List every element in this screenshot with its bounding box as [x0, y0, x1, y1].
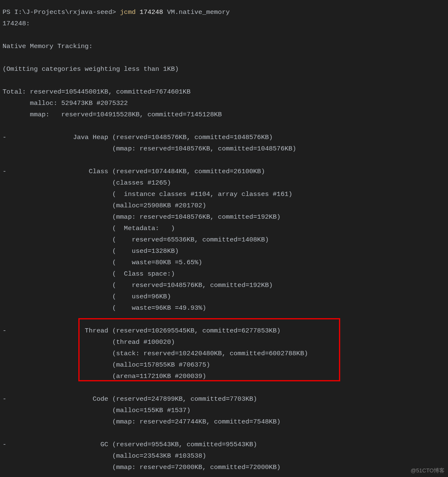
class-count: (classes #1265) — [3, 179, 171, 187]
terminal-output: PS I:\J-Projects\rxjava-seed> jcmd 17424… — [0, 0, 448, 476]
ps-prompt-path: PS I:\J-Projects\rxjava-seed> — [3, 8, 120, 16]
thread-count: (thread #100020) — [3, 338, 175, 346]
class-space-header: ( Class space:) — [3, 270, 175, 278]
class-instance: ( instance classes #1104, array classes … — [3, 190, 292, 198]
class-metadata-waste: ( waste=80KB =5.65%) — [3, 259, 202, 266]
thread-malloc: (malloc=157855KB #706375) — [3, 361, 210, 369]
java-heap-mmap: (mmap: reserved=1048576KB, committed=104… — [3, 145, 296, 153]
code-mmap: (mmap: reserved=247744KB, committed=7548… — [3, 418, 280, 426]
java-heap-line: - Java Heap (reserved=1048576KB, committ… — [3, 134, 273, 141]
class-metadata-header: ( Metadata: ) — [3, 225, 175, 232]
cmd-jcmd: jcmd — [120, 8, 136, 16]
total-malloc: malloc: 529473KB #2075322 — [3, 99, 128, 107]
class-metadata-reserved: ( reserved=65536KB, committed=1408KB) — [3, 236, 269, 244]
gc-line: - GC (reserved=95543KB, committed=95543K… — [3, 441, 257, 448]
code-line: - Code (reserved=247899KB, committed=770… — [3, 395, 257, 403]
class-space-reserved: ( reserved=1048576KB, committed=192KB) — [3, 281, 273, 289]
class-mmap: (mmap: reserved=1048576KB, committed=192… — [3, 213, 280, 221]
omit-line: (Omitting categories weighting less than… — [3, 65, 179, 73]
thread-stack: (stack: reserved=102420480KB, committed=… — [3, 350, 308, 357]
class-space-waste: ( waste=96KB =49.93%) — [3, 304, 206, 312]
total-line: Total: reserved=105445001KB, committed=7… — [3, 88, 190, 96]
code-malloc: (malloc=155KB #1537) — [3, 407, 190, 414]
nmt-header: Native Memory Tracking: — [3, 43, 93, 50]
gc-malloc: (malloc=23543KB #103538) — [3, 452, 206, 460]
cmd-pid: 174248 — [140, 8, 163, 16]
class-space-used: ( used=96KB) — [3, 293, 171, 300]
total-mmap: mmap: reserved=104915528KB, committed=71… — [3, 111, 222, 118]
pid-echo: 174248: — [3, 20, 30, 27]
thread-line: - Thread (reserved=102695545KB, committe… — [3, 327, 280, 335]
thread-arena: (arena=117210KB #200039) — [3, 372, 206, 380]
cmd-sub: VM.native_memory — [167, 8, 230, 16]
class-metadata-used: ( used=1328KB) — [3, 247, 179, 255]
watermark-text: @51CTO博客 — [411, 467, 445, 474]
gc-mmap: (mmap: reserved=72000KB, committed=72000… — [3, 464, 280, 471]
class-malloc: (malloc=25908KB #201702) — [3, 202, 206, 209]
class-line: - Class (reserved=1074484KB, committed=2… — [3, 168, 265, 175]
